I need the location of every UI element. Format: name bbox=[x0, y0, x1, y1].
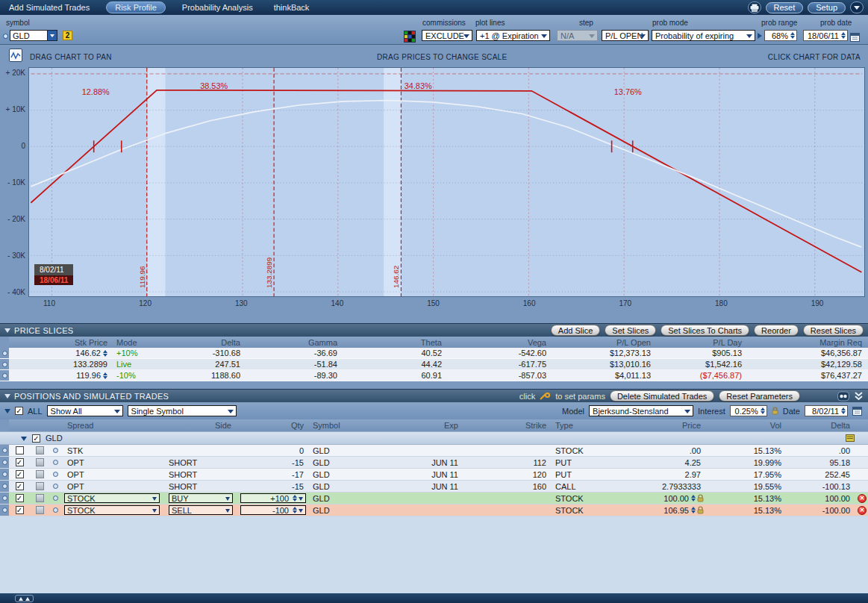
column-header-strike[interactable]: Strike bbox=[464, 419, 552, 431]
prob-date-spinner[interactable]: 18/06/11 bbox=[803, 30, 848, 41]
qty-stepper[interactable]: -100 bbox=[240, 505, 306, 515]
risk-profile-chart[interactable]: 119.96133.2899146.6212.88%38.53%34.83%13… bbox=[28, 67, 865, 297]
column-header-exp[interactable]: Exp bbox=[392, 419, 464, 431]
spinner-arrows[interactable] bbox=[841, 407, 846, 414]
spinner-arrows[interactable] bbox=[103, 350, 107, 357]
add-slice-button[interactable]: Add Slice bbox=[551, 325, 600, 336]
qty-stepper[interactable]: +100 bbox=[240, 493, 306, 503]
tab-thinkback[interactable]: thinkBack bbox=[269, 2, 314, 13]
column-header-margin-req[interactable]: Margin Req bbox=[748, 337, 868, 348]
spinner-arrows[interactable] bbox=[691, 507, 696, 513]
collapse-group-icon[interactable] bbox=[21, 437, 27, 444]
spinner-arrows[interactable] bbox=[790, 32, 795, 39]
column-header-theta[interactable]: Theta bbox=[343, 337, 448, 348]
price-slice-row[interactable]: 119.96-10%1188.60-89.3060.91-857.03$4,01… bbox=[0, 370, 868, 381]
tab-add-simulated-trades[interactable]: Add Simulated Trades bbox=[4, 2, 94, 13]
pan-chart-icon[interactable] bbox=[9, 49, 22, 62]
spinner-arrows[interactable] bbox=[293, 495, 297, 502]
plot-lines-dropdown[interactable]: +1 @ Expiration bbox=[476, 30, 550, 41]
delete-simulated-trades-button[interactable]: Delete Simulated Trades bbox=[610, 390, 714, 402]
price-slice-row[interactable]: 133.2899Live247.51-51.8444.42-617.75$13,… bbox=[0, 359, 868, 370]
position-checkbox[interactable] bbox=[16, 470, 24, 478]
column-header-gamma[interactable]: Gamma bbox=[246, 337, 343, 348]
group-checkbox[interactable] bbox=[32, 434, 40, 443]
position-checkbox[interactable] bbox=[16, 482, 24, 490]
set-slices-to-charts-button[interactable]: Set Slices To Charts bbox=[661, 325, 749, 336]
binoculars-icon[interactable] bbox=[837, 391, 849, 402]
position-row[interactable]: OPTSHORT-17GLDJUN 11120PUT2.9717.95%252.… bbox=[0, 469, 868, 481]
symbol-value[interactable]: GLD bbox=[10, 30, 47, 41]
side-dropdown[interactable]: BUY bbox=[169, 493, 233, 503]
position-checkbox[interactable] bbox=[16, 458, 24, 466]
spread-dropdown[interactable]: STOCK bbox=[64, 493, 160, 503]
column-header-stk-price[interactable]: Stk Price bbox=[9, 337, 113, 348]
column-header-qty[interactable]: Qty bbox=[237, 419, 310, 431]
spinner-arrows[interactable] bbox=[761, 407, 765, 414]
price-slice-row[interactable]: 146.62+10%-310.68-36.6940.52-542.60$12,3… bbox=[0, 348, 868, 359]
position-row[interactable]: STOCKBUY+100GLDSTOCK100.0015.13%100.00✕ bbox=[0, 493, 868, 504]
position-checkbox[interactable] bbox=[16, 446, 24, 454]
spinner-arrows[interactable] bbox=[691, 495, 696, 502]
group-settings-icon[interactable] bbox=[846, 434, 855, 442]
style-grid-icon[interactable] bbox=[404, 31, 416, 43]
column-header-symbol[interactable]: Symbol bbox=[310, 419, 392, 431]
set-slices-button[interactable]: Set Slices bbox=[605, 325, 656, 336]
collapse-positions-icon[interactable] bbox=[4, 394, 10, 402]
column-header-p-l-day[interactable]: P/L Day bbox=[657, 337, 748, 348]
symbol-dropdown-icon[interactable] bbox=[47, 30, 57, 41]
print-icon[interactable] bbox=[748, 1, 761, 13]
column-header-delta[interactable]: Delta bbox=[787, 419, 856, 431]
position-row[interactable]: OPTSHORT-15GLDJUN 11112PUT4.2519.99%95.1… bbox=[0, 457, 868, 469]
calendar-icon[interactable] bbox=[852, 406, 862, 416]
symbol-input[interactable]: GLD bbox=[10, 30, 57, 41]
position-checkbox[interactable] bbox=[16, 494, 24, 502]
commissions-dropdown[interactable]: EXCLUDE bbox=[422, 30, 472, 41]
slice-stk-price[interactable]: 133.2899 bbox=[9, 359, 113, 369]
slice-stk-price[interactable]: 119.96 bbox=[9, 370, 113, 381]
position-group-row[interactable]: GLD bbox=[0, 431, 868, 445]
column-header-delta[interactable]: Delta bbox=[155, 337, 246, 348]
show-all-dropdown[interactable]: Show All bbox=[47, 405, 123, 416]
row-flag-box[interactable] bbox=[36, 458, 44, 466]
reset-button[interactable]: Reset bbox=[766, 2, 804, 13]
column-header-vol[interactable]: Vol bbox=[707, 419, 787, 431]
tab-probability-analysis[interactable]: Probability Analysis bbox=[178, 2, 257, 13]
row-flag-box[interactable] bbox=[36, 470, 44, 478]
reset-slices-button[interactable]: Reset Slices bbox=[803, 325, 864, 336]
expand-bottom-icon[interactable] bbox=[15, 595, 34, 602]
slice-mode[interactable]: +10% bbox=[113, 348, 155, 358]
row-flag-box[interactable] bbox=[36, 494, 44, 502]
tab-risk-profile[interactable]: Risk Profile bbox=[106, 1, 166, 13]
model-dropdown[interactable]: Bjerksund-Stensland bbox=[589, 405, 693, 416]
collapse-price-slices-icon[interactable] bbox=[4, 328, 10, 336]
column-header-side[interactable]: Side bbox=[166, 419, 237, 431]
spread-dropdown[interactable]: STOCK bbox=[64, 505, 160, 515]
spinner-arrows[interactable] bbox=[841, 32, 846, 39]
date-spinner[interactable]: 8/02/11 bbox=[805, 405, 848, 416]
spinner-arrows[interactable] bbox=[103, 372, 107, 379]
symbol-count-badge[interactable]: 2 bbox=[63, 31, 72, 40]
calendar-icon[interactable] bbox=[850, 31, 860, 45]
all-checkbox[interactable] bbox=[15, 407, 23, 415]
position-row[interactable]: OPTSHORT-15GLDJUN 11160CALL2.793333319.5… bbox=[0, 481, 868, 493]
lock-icon[interactable] bbox=[697, 506, 704, 514]
lock-icon[interactable] bbox=[772, 407, 778, 415]
setup-button[interactable]: Setup bbox=[808, 2, 846, 13]
prob-range-spinner[interactable]: 68% bbox=[764, 30, 797, 41]
setup-chevron-icon[interactable] bbox=[850, 1, 864, 13]
position-row[interactable]: STOCKSELL-100GLDSTOCK106.9515.13%-100.00… bbox=[0, 504, 868, 516]
column-header-spread[interactable]: Spread bbox=[61, 419, 166, 431]
slice-mode[interactable]: -10% bbox=[113, 370, 155, 381]
interest-spinner[interactable]: 0.25% bbox=[730, 405, 767, 416]
row-flag-box[interactable] bbox=[36, 506, 44, 514]
remove-trade-button[interactable]: ✕ bbox=[858, 506, 867, 515]
column-header-mode[interactable]: Mode bbox=[113, 337, 155, 348]
slice-stk-price[interactable]: 146.62 bbox=[9, 348, 113, 358]
lock-icon[interactable] bbox=[697, 494, 704, 502]
collapse-filter-icon[interactable] bbox=[4, 409, 10, 416]
column-header-p-l-open[interactable]: P/L Open bbox=[552, 337, 657, 348]
row-flag-box[interactable] bbox=[36, 482, 44, 490]
position-checkbox[interactable] bbox=[16, 506, 24, 514]
plot-value-dropdown[interactable]: P/L OPEN bbox=[602, 30, 649, 41]
column-header-type[interactable]: Type bbox=[552, 419, 627, 431]
